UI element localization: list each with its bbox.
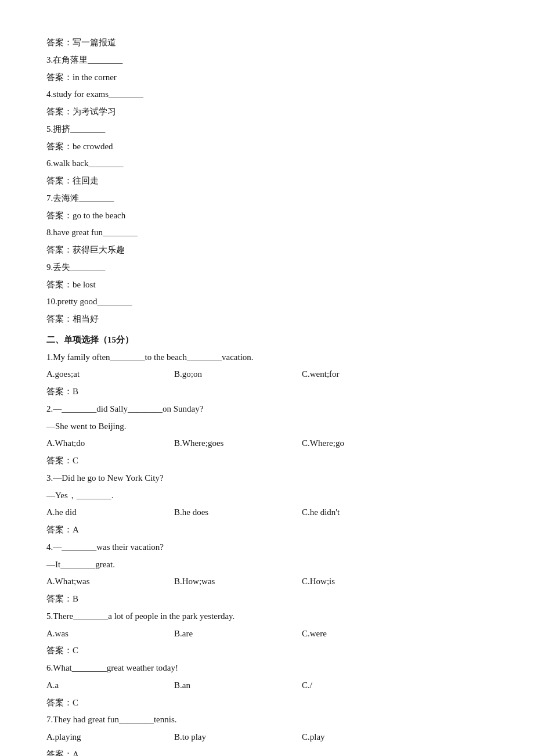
answer-write-report: 答案：写一篇报道 <box>46 35 488 51</box>
question-9: 9.丢失________ <box>46 260 488 276</box>
question-7: 7.去海滩________ <box>46 190 488 207</box>
mc-question-4: 4.—________was their vacation? <box>46 539 488 556</box>
answer-4: 答案：为考试学习 <box>46 104 488 120</box>
option-2b: B.Where;goes <box>174 435 302 452</box>
mc-answer-6: 答案：C <box>46 695 488 711</box>
mc-question-1: 1.My family often________to the beach___… <box>46 350 488 366</box>
section-2-title: 二、单项选择（15分） <box>46 332 488 348</box>
mc-question-5: 5.There________a lot of people in the pa… <box>46 609 488 625</box>
option-3c: C.he didn't <box>302 505 430 521</box>
option-7a: A.playing <box>46 729 174 746</box>
mc-answer-4: 答案：B <box>46 591 488 607</box>
question-6: 6.walk back________ <box>46 156 488 172</box>
mc-question-2-sub: —She went to Beijing. <box>46 419 488 435</box>
mc-options-6: A.a B.an C./ <box>46 678 488 694</box>
mc-options-1: A.goes;at B.go;on C.went;for <box>46 366 488 383</box>
mc-answer-7: 答案：A <box>46 747 488 756</box>
answer-3: 答案：in the corner <box>46 70 488 86</box>
mc-question-7: 7.They had great fun________tennis. <box>46 712 488 728</box>
question-3: 3.在角落里________ <box>46 52 488 69</box>
answer-7: 答案：go to the beach <box>46 208 488 224</box>
option-4b: B.How;was <box>174 574 302 590</box>
mc-answer-5: 答案：C <box>46 643 488 659</box>
mc-options-5: A.was B.are C.were <box>46 626 488 642</box>
question-4: 4.study for exams________ <box>46 87 488 103</box>
option-5c: C.were <box>302 626 430 642</box>
mc-answer-1: 答案：B <box>46 384 488 400</box>
option-4c: C.How;is <box>302 574 430 590</box>
mc-options-3: A.he did B.he does C.he didn't <box>46 505 488 521</box>
option-5a: A.was <box>46 626 174 642</box>
mc-options-7: A.playing B.to play C.play <box>46 729 488 746</box>
option-1b: B.go;on <box>174 366 302 383</box>
mc-options-2: A.What;do B.Where;goes C.Where;go <box>46 435 488 452</box>
option-2c: C.Where;go <box>302 435 430 452</box>
answer-6: 答案：往回走 <box>46 173 488 189</box>
option-6a: A.a <box>46 678 174 694</box>
answer-8: 答案：获得巨大乐趣 <box>46 242 488 258</box>
page-content: 答案：写一篇报道 3.在角落里________ 答案：in the corner… <box>46 35 488 756</box>
answer-5: 答案：be crowded <box>46 139 488 155</box>
option-5b: B.are <box>174 626 302 642</box>
option-6c: C./ <box>302 678 430 694</box>
option-1a: A.goes;at <box>46 366 174 383</box>
mc-answer-3: 答案：A <box>46 522 488 538</box>
option-3a: A.he did <box>46 505 174 521</box>
option-2a: A.What;do <box>46 435 174 452</box>
question-10: 10.pretty good________ <box>46 294 488 310</box>
mc-question-4-sub: —It________great. <box>46 557 488 573</box>
mc-question-6: 6.What________great weather today! <box>46 660 488 676</box>
option-1c: C.went;for <box>302 366 430 383</box>
question-5: 5.拥挤________ <box>46 121 488 138</box>
option-3b: B.he does <box>174 505 302 521</box>
option-7c: C.play <box>302 729 430 746</box>
option-7b: B.to play <box>174 729 302 746</box>
option-6b: B.an <box>174 678 302 694</box>
question-8: 8.have great fun________ <box>46 225 488 241</box>
mc-question-3: 3.—Did he go to New York City? <box>46 470 488 487</box>
option-4a: A.What;was <box>46 574 174 590</box>
answer-10: 答案：相当好 <box>46 311 488 327</box>
mc-options-4: A.What;was B.How;was C.How;is <box>46 574 488 590</box>
mc-question-3-sub: —Yes，________. <box>46 488 488 504</box>
answer-9: 答案：be lost <box>46 277 488 293</box>
mc-question-2: 2.—________did Sally________on Sunday? <box>46 401 488 417</box>
mc-answer-2: 答案：C <box>46 453 488 469</box>
